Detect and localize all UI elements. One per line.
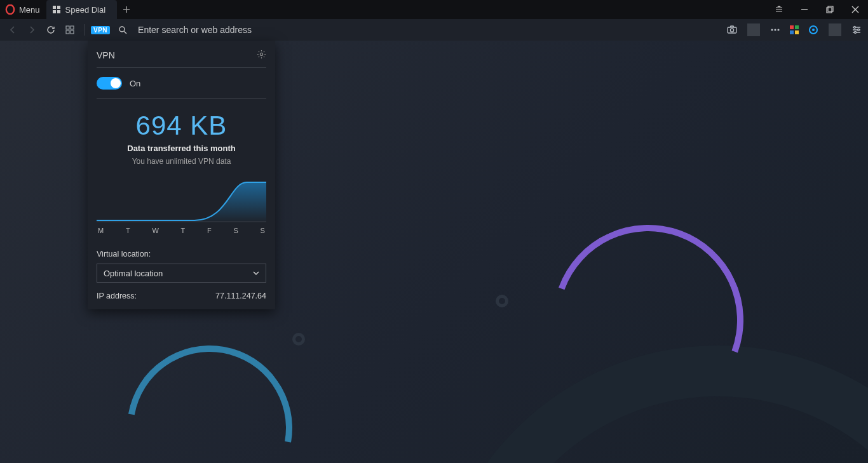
easy-setup-button[interactable] xyxy=(850,23,863,36)
opera-logo-icon xyxy=(5,4,15,15)
svg-rect-5 xyxy=(827,8,832,13)
reload-button[interactable] xyxy=(43,22,58,37)
separator xyxy=(84,24,85,36)
virtual-location-value: Optimal location xyxy=(104,269,163,278)
svg-rect-8 xyxy=(71,26,74,29)
divider xyxy=(97,67,266,68)
day-label: S xyxy=(234,227,238,234)
vpn-badge[interactable]: VPN xyxy=(91,26,110,34)
bg-dot xyxy=(292,333,305,346)
extension-circle-icon[interactable] xyxy=(807,23,820,36)
snapshot-icon[interactable] xyxy=(726,23,738,36)
tab-label: Speed Dial xyxy=(65,5,106,15)
ip-label: IP address: xyxy=(97,292,137,300)
menu-button[interactable]: Menu xyxy=(19,5,40,15)
virtual-location-select[interactable]: Optimal location xyxy=(97,264,266,283)
svg-point-11 xyxy=(119,27,125,32)
titlebar: Menu Speed Dial xyxy=(0,0,868,19)
separator xyxy=(829,23,841,36)
vpn-title: VPN xyxy=(97,50,115,60)
svg-rect-4 xyxy=(57,10,60,13)
day-label: W xyxy=(152,227,158,234)
bg-dot xyxy=(496,295,508,307)
close-button[interactable] xyxy=(843,0,868,19)
svg-point-24 xyxy=(858,29,860,31)
forward-button[interactable] xyxy=(24,22,39,37)
ip-value: 77.111.247.64 xyxy=(215,292,266,300)
day-label: F xyxy=(207,227,212,234)
svg-point-16 xyxy=(777,29,779,30)
day-label: M xyxy=(98,227,104,234)
svg-rect-6 xyxy=(828,6,833,11)
extension-color-icon[interactable] xyxy=(788,23,801,36)
divider xyxy=(97,98,266,99)
tab-speed-dial[interactable]: Speed Dial xyxy=(46,0,118,19)
vpn-data-value: 694 KB xyxy=(97,111,266,141)
svg-rect-2 xyxy=(57,6,60,9)
svg-rect-1 xyxy=(53,6,56,9)
vpn-data-note: You have unlimited VPN data xyxy=(97,157,266,166)
toolbar-right xyxy=(726,23,863,36)
search-icon xyxy=(115,22,130,37)
virtual-location-label: Virtual location: xyxy=(97,250,266,258)
speed-dial-icon xyxy=(53,6,60,13)
svg-rect-7 xyxy=(66,26,69,29)
chevron-down-icon xyxy=(253,269,259,278)
bg-arc-blue xyxy=(95,313,325,463)
svg-point-23 xyxy=(854,27,856,29)
extensions-menu-icon[interactable] xyxy=(769,23,782,36)
svg-rect-18 xyxy=(795,25,799,29)
vpn-toggle-label: On xyxy=(130,79,140,88)
svg-point-15 xyxy=(774,29,776,30)
vpn-sparkline xyxy=(97,178,266,223)
svg-rect-17 xyxy=(790,25,794,29)
svg-rect-20 xyxy=(795,30,799,34)
day-label: S xyxy=(261,227,265,234)
vpn-stats: 694 KB Data transferred this month You h… xyxy=(97,111,266,166)
back-button[interactable] xyxy=(5,22,20,37)
svg-point-14 xyxy=(771,29,773,30)
start-page-button[interactable] xyxy=(62,22,78,37)
toolbar: VPN Enter search or web address xyxy=(0,19,868,41)
maximize-button[interactable] xyxy=(817,0,843,19)
svg-rect-19 xyxy=(790,30,794,34)
svg-point-26 xyxy=(260,53,262,55)
svg-point-22 xyxy=(812,29,815,31)
day-label: T xyxy=(181,227,186,234)
address-bar[interactable]: Enter search or web address xyxy=(138,25,722,35)
gear-icon[interactable] xyxy=(257,50,266,61)
vpn-data-label: Data transferred this month xyxy=(97,144,266,153)
separator xyxy=(747,23,760,36)
day-label: T xyxy=(126,227,130,234)
easy-setup-icon[interactable] xyxy=(766,0,792,19)
svg-rect-9 xyxy=(66,30,69,34)
svg-point-0 xyxy=(6,5,14,14)
svg-point-25 xyxy=(855,32,857,34)
vpn-day-axis: M T W T F S S xyxy=(97,227,266,234)
svg-rect-3 xyxy=(53,10,56,13)
minimize-button[interactable] xyxy=(792,0,817,19)
vpn-toggle[interactable] xyxy=(97,77,122,90)
new-tab-button[interactable] xyxy=(117,0,136,19)
vpn-panel: VPN On 694 KB Data transferred this mont… xyxy=(88,41,275,309)
svg-rect-10 xyxy=(71,30,74,34)
svg-point-13 xyxy=(730,29,733,32)
